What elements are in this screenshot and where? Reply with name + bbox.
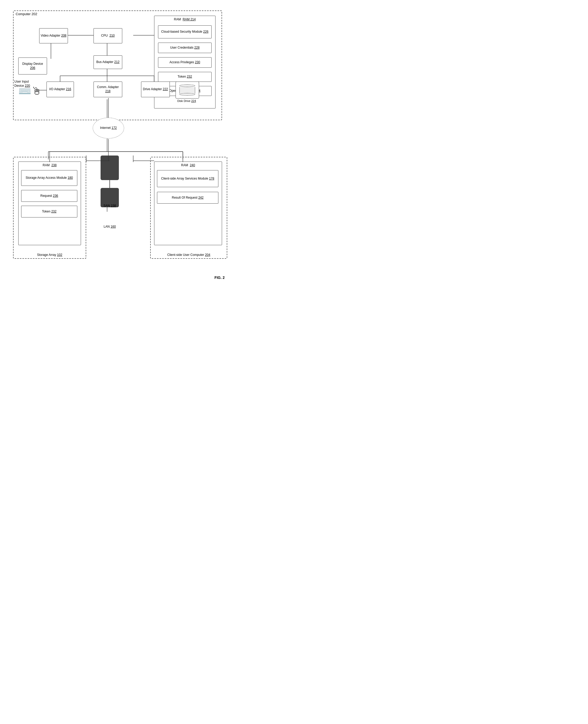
ram-238-outer-box: RAM 238 Storage Array Access Module 180 … [18, 162, 81, 245]
result-request-box: Result Of Request 242 [157, 192, 218, 204]
token-lower-label: Token 232 [42, 209, 57, 214]
ram-240-outer-box: RAM 240 Client-side Array Services Modul… [154, 162, 222, 245]
display-device-box: Display Device 206 [18, 58, 47, 75]
cpu-label: CPU 210 [101, 34, 115, 38]
client-side-array-label: Client-side Array Services Module 178 [161, 177, 214, 181]
token-label: Token 232 [177, 75, 192, 79]
disk-drive-label: Disk Drive 224 [173, 99, 201, 102]
drive-adapter-box: Drive Adapter 222 [141, 82, 170, 97]
fig-label: FIG. 2 [214, 276, 225, 280]
storage-array-label: Storage Array 102 [37, 253, 62, 257]
user-credentials-label: User Credentials 228 [170, 46, 200, 50]
drive-adapter-label: Drive Adapter 222 [143, 87, 168, 92]
san-label: SAN 158 [98, 204, 122, 207]
internet-ellipse: Internet 172 [93, 118, 124, 139]
disk-drive-box [175, 82, 199, 99]
request-label: Request 236 [40, 194, 58, 198]
lan-label: LAN 160 [98, 225, 122, 228]
user-credentials-box: User Credentials 228 [158, 43, 212, 53]
cloud-security-box: Cloud-based Security Module 226 [158, 25, 212, 38]
computer-label: Computer 202 [16, 12, 37, 16]
storage-array-access-label: Storage Array Access Module 180 [26, 176, 73, 180]
client-side-label: Client-side User Computer 204 [167, 253, 210, 257]
ram-214-label: RAM RAM 214 [174, 18, 196, 22]
token-232-box: Token 232 [158, 72, 212, 82]
san-group [99, 156, 120, 207]
diagram: Computer 202 RAM RAM 214 Cloud-based Sec… [5, 5, 230, 282]
ram-238-label: RAM 238 [43, 163, 57, 167]
request-box: Request 236 [21, 190, 77, 202]
internet-label: Internet 172 [100, 126, 117, 130]
io-adapter-box: I/O Adapter 216 [46, 82, 74, 97]
comm-adapter-box: Comm. Adapter 218 [93, 82, 122, 97]
video-adapter-label: Video Adapter 208 [41, 34, 67, 38]
ram-240-label: RAM 240 [181, 163, 195, 167]
client-side-array-box: Client-side Array Services Module 178 [157, 170, 218, 187]
access-privileges-label: Access Privileges 230 [170, 60, 200, 64]
access-privileges-box: Access Privileges 230 [158, 57, 212, 68]
bus-adapter-label: Bus Adapter 212 [97, 60, 120, 64]
cpu-box: CPU 210 [93, 28, 122, 43]
comm-adapter-label: Comm. Adapter 218 [95, 85, 121, 93]
video-adapter-box: Video Adapter 208 [39, 28, 68, 43]
bus-adapter-box: Bus Adapter 212 [93, 55, 122, 69]
result-request-label: Result Of Request 242 [172, 196, 204, 200]
io-adapter-label: I/O Adapter 216 [49, 87, 71, 92]
keyboard-mouse-icon: ⌨️🖱 [18, 85, 42, 97]
display-device-label: Display Device 206 [20, 62, 46, 70]
cloud-security-label: Cloud-based Security Module 226 [161, 30, 208, 34]
token-lower-box: Token 232 [21, 206, 77, 218]
storage-array-access-box: Storage Array Access Module 180 [21, 170, 77, 186]
